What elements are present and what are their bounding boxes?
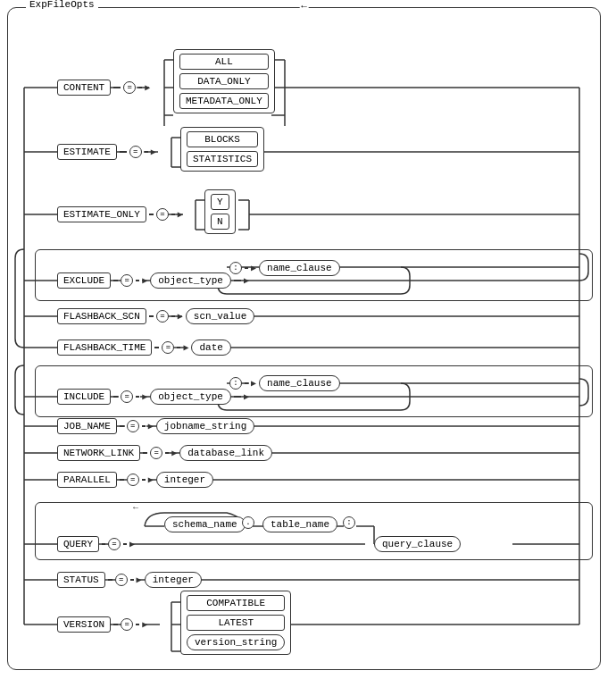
estimate-only-arrow: ▶ xyxy=(178,209,183,220)
diagram-title: ExpFileOpts xyxy=(26,0,98,10)
parallel-keyword: PARALLEL xyxy=(57,472,117,488)
content-keyword: CONTENT xyxy=(57,80,111,96)
job-name-dot1: = xyxy=(127,420,139,432)
exclude-optional: : ▶ name_clause xyxy=(229,260,340,276)
include-arrow: ▶ xyxy=(142,391,147,402)
status-integer: integer xyxy=(145,572,202,588)
parallel-arrow: ▶ xyxy=(148,474,154,485)
version-row: VERSION = ▶ xyxy=(57,616,147,633)
exclude-object-type: object_type xyxy=(150,272,231,289)
include-row: INCLUDE = ▶ object_type ▶ xyxy=(57,389,249,405)
estimate-only-n: N xyxy=(211,214,229,230)
flashback-time-keyword: FLASHBACK_TIME xyxy=(57,340,152,356)
exclude-keyword: EXCLUDE xyxy=(57,272,111,289)
exclude-dot1: = xyxy=(121,274,133,287)
status-keyword: STATUS xyxy=(57,572,105,588)
include-arrow2: ▶ xyxy=(244,391,249,402)
status-dot1: = xyxy=(115,574,128,586)
flashback-scn-value: scn_value xyxy=(186,308,254,324)
flashback-scn-row: FLASHBACK_SCN = ▶ scn_value xyxy=(57,308,254,324)
status-row: STATUS = ▶ integer xyxy=(57,572,202,588)
include-object-type: object_type xyxy=(150,389,231,405)
estimate-keyword: ESTIMATE xyxy=(57,144,117,160)
connector-svg xyxy=(8,8,600,669)
version-choices: COMPATIBLE LATEST version_string xyxy=(180,591,291,655)
network-link-arrow: ▶ xyxy=(171,448,177,458)
estimate-arrow: ▶ xyxy=(151,147,156,157)
estimate-only-choices: Y N xyxy=(204,189,236,234)
exclude-colon: : xyxy=(229,262,242,274)
parallel-integer: integer xyxy=(156,472,213,488)
content-metadata-only: METADATA_ONLY xyxy=(179,93,269,109)
content-dot1: = xyxy=(123,81,136,94)
version-arrow: ▶ xyxy=(142,619,147,630)
flashback-scn-arrow: ▶ xyxy=(178,311,183,322)
query-table-name: table_name xyxy=(262,516,337,532)
network-link-keyword: NETWORK_LINK xyxy=(57,445,140,461)
version-latest: LATEST xyxy=(187,615,285,631)
estimate-only-y: Y xyxy=(211,194,229,210)
flashback-scn-keyword: FLASHBACK_SCN xyxy=(57,308,146,324)
flashback-scn-dot1: = xyxy=(156,310,169,323)
query-keyword: QUERY xyxy=(57,536,99,552)
diagram-container: ExpFileOpts ← xyxy=(7,7,601,670)
query-colon-sep: : xyxy=(343,516,355,529)
version-compatible: COMPATIBLE xyxy=(187,595,285,611)
estimate-dot1: = xyxy=(129,146,142,158)
query-clause: query_clause xyxy=(374,536,461,552)
network-link-database: database_link xyxy=(179,445,272,461)
estimate-only-dot1: = xyxy=(156,208,169,221)
version-keyword: VERSION xyxy=(57,616,111,633)
job-name-arrow: ▶ xyxy=(148,421,154,432)
estimate-statistics: STATISTICS xyxy=(187,151,258,167)
job-name-string: jobname_string xyxy=(156,418,254,434)
estimate-choices: BLOCKS STATISTICS xyxy=(180,127,264,172)
flashback-time-arrow: ▶ xyxy=(183,342,188,353)
job-name-row: JOB_NAME = ▶ jobname_string xyxy=(57,418,254,434)
query-dot1: = xyxy=(108,538,121,550)
network-link-dot1: = xyxy=(150,447,162,459)
exclude-arrow2: ▶ xyxy=(244,275,249,286)
exclude-arrow3: ▶ xyxy=(251,263,256,273)
include-optional: : ▶ name_clause xyxy=(229,375,340,391)
flashback-time-row: FLASHBACK_TIME = ▶ date xyxy=(57,340,231,356)
content-arrow: ▶ xyxy=(145,82,150,93)
query-row: QUERY = ▶ xyxy=(57,536,135,552)
query-dot-sep: . xyxy=(242,516,254,529)
parallel-dot1: = xyxy=(127,474,139,486)
include-arrow3: ▶ xyxy=(251,378,256,389)
include-colon: : xyxy=(229,377,242,390)
query-loop-arrow: ← xyxy=(133,503,138,513)
include-name-clause: name_clause xyxy=(259,375,340,391)
estimate-blocks: BLOCKS xyxy=(187,131,258,147)
version-dot1: = xyxy=(121,618,133,631)
status-arrow: ▶ xyxy=(137,574,142,585)
version-string: version_string xyxy=(187,634,285,650)
flashback-time-date: date xyxy=(191,340,230,356)
content-row: CONTENT = ▶ xyxy=(57,80,150,96)
content-data-only: DATA_ONLY xyxy=(179,73,269,89)
network-link-row: NETWORK_LINK = ▶ database_link xyxy=(57,445,272,461)
include-keyword: INCLUDE xyxy=(57,389,111,405)
flashback-time-dot1: = xyxy=(162,341,174,354)
parallel-row: PARALLEL = ▶ integer xyxy=(57,472,213,488)
include-dot1: = xyxy=(121,390,133,403)
estimate-row: ESTIMATE = ▶ xyxy=(57,144,156,160)
top-arrow: ← xyxy=(299,1,309,12)
content-choices: ALL DATA_ONLY METADATA_ONLY xyxy=(173,49,275,113)
estimate-only-row: ESTIMATE_ONLY = ▶ xyxy=(57,206,183,222)
exclude-arrow: ▶ xyxy=(142,275,147,286)
query-schema-name: schema_name xyxy=(164,516,246,532)
exclude-name-clause: name_clause xyxy=(259,260,340,276)
query-arrow: ▶ xyxy=(129,539,135,549)
exclude-row: EXCLUDE = ▶ object_type ▶ xyxy=(57,272,249,289)
estimate-only-keyword: ESTIMATE_ONLY xyxy=(57,206,146,222)
job-name-keyword: JOB_NAME xyxy=(57,418,117,434)
content-all: ALL xyxy=(179,54,269,70)
